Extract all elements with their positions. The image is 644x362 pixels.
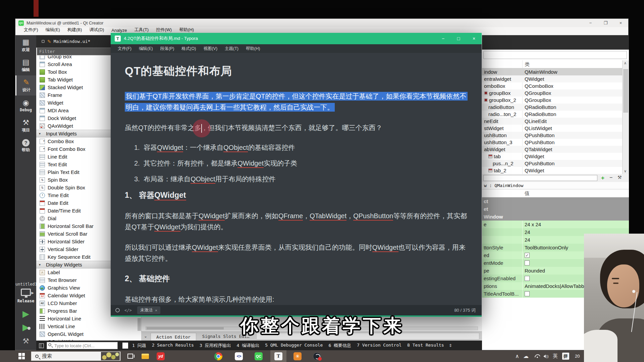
checkbox[interactable] [525,276,530,281]
sidebar-toggle-icon[interactable] [39,343,44,348]
output-pane-button[interactable]: 2 Search Results [152,343,194,349]
object-row[interactable]: indowQMainWindow [482,68,629,75]
object-row[interactable]: tabQWidget [482,153,629,160]
menu-item[interactable]: 编辑(E) [135,46,157,52]
close-icon[interactable]: × [613,19,628,27]
menu-item[interactable]: 帮助(H) [242,46,264,52]
menu-item[interactable]: 调试(D) [86,26,108,35]
circle-icon[interactable] [115,308,120,312]
property-group[interactable]: ct [482,197,629,205]
output-pane-button[interactable]: 7 Version Control [357,343,401,349]
volume-icon[interactable]: )) [543,350,548,362]
output-pane-button[interactable]: 1 问题 [132,343,146,349]
menu-item[interactable]: 视图(V) [200,46,221,52]
build-target-icon[interactable]: ▶ [21,289,31,296]
taskbar-vscode-icon[interactable]: <> [231,350,247,362]
taskbar-file-explorer-icon[interactable] [137,350,153,362]
source-code-icon[interactable]: </> [124,308,132,313]
taskbar-obs-icon[interactable] [309,350,325,362]
output-pane-box[interactable] [122,343,128,349]
remove-icon[interactable]: − [609,175,612,181]
object-row[interactable]: ushButton_3QPushButton [482,139,629,146]
taskbar-task-view-icon[interactable] [122,350,138,362]
object-row[interactable]: neEditQLineEdit [482,118,629,125]
onedrive-cloud-icon[interactable]: ☁ [523,350,529,362]
object-row[interactable]: entralwidgetQWidget [482,75,629,82]
object-row[interactable]: groupBoxQGroupBox [482,89,629,97]
wifi-icon[interactable] [535,350,540,362]
typora-document[interactable]: QT的基础控件和布局我们基于QT库开发软件界面，第一步肯定是QT的控件，但这个控… [111,53,482,305]
start-button[interactable] [18,353,25,359]
taskbar-qt-creator-icon[interactable]: QC [251,350,267,362]
property-value[interactable]: 24 [525,229,530,235]
property-value[interactable]: 24 x 24 [525,222,541,227]
mode-项目[interactable]: ⚒项目 [15,116,36,136]
up-down-arrows-icon[interactable]: ⇕ [449,343,452,348]
mode-帮助[interactable]: ?帮助 [15,136,36,156]
ime-pinyin-icon[interactable]: 拼 [562,350,569,362]
object-row[interactable]: pus...n_2QPushButton [482,160,629,167]
close-icon[interactable]: × [466,33,482,44]
property-row[interactable]: e24 x 24 [482,221,629,228]
menu-item[interactable]: 文件(F) [20,26,42,35]
scroll-down-icon[interactable]: ∨ [624,169,627,173]
object-row[interactable]: stWidgetQListWidget [482,125,629,132]
menu-item[interactable]: 主题(T) [221,46,242,52]
restore-icon[interactable]: ❐ [598,19,613,27]
taskbar-chrome-icon[interactable] [210,350,226,362]
checkbox[interactable] [525,291,530,296]
checkbox-checked[interactable]: ✓ [525,253,530,258]
mode-Debug[interactable]: ◉Debug [15,96,36,116]
minimize-icon[interactable]: − [583,19,598,27]
property-group[interactable]: et [482,205,629,213]
taskbar-settings-icon[interactable]: ✳ [289,350,306,362]
locator-input[interactable] [47,342,118,349]
taskbar-typora-icon[interactable]: T [270,350,286,362]
object-row[interactable]: tab_2QWidget [482,167,629,174]
object-row[interactable]: radio...ton_2QRadioButton [482,111,629,118]
object-row[interactable]: groupBox_2QGroupBox [482,97,629,104]
output-pane-button[interactable]: 5 QML Debugger Console [265,343,323,349]
configure-icon[interactable]: ⚒ [618,175,622,180]
mode-编辑[interactable]: ▤编辑 [15,55,36,75]
mode-欢迎[interactable]: ▦欢迎 [15,35,36,55]
menu-item[interactable]: 构建(B) [64,26,86,35]
tray-expand-icon[interactable]: ∧ [515,350,519,362]
scrollbar-thumb[interactable] [623,69,628,113]
object-scrollbar[interactable]: ∧ ∨ [622,60,629,174]
property-value[interactable]: AnimatedDocks|AllowTabb [525,283,584,289]
maximize-icon[interactable]: □ [451,33,466,44]
add-icon[interactable]: ＋ [600,175,605,182]
menu-item[interactable]: 编辑(E) [42,26,64,35]
windows-search-box[interactable]: 搜索 [31,351,121,361]
output-pane-button[interactable]: 8 Test Results [407,343,444,349]
build-config[interactable]: Release [15,299,36,303]
output-pane-button[interactable]: 4 编译输出 [237,343,260,349]
object-row[interactable]: omboBoxQComboBox [482,82,629,89]
checkbox[interactable] [525,260,530,265]
menu-item[interactable]: 文件(F) [114,46,135,52]
license-badge[interactable]: 未激活 × [137,306,160,314]
taskbar-youdao-icon[interactable]: yd [153,350,169,362]
scroll-up-icon[interactable]: ∧ [624,61,627,65]
mode-设计[interactable]: ✎设计 [15,75,36,96]
badge-close-icon[interactable]: × [155,308,157,312]
property-filter-input[interactable] [483,175,597,181]
search-highlight-image[interactable] [101,352,120,360]
output-pane-button[interactable]: 6 概要信息 [328,343,351,349]
clock[interactable]: 20 [575,350,580,362]
ime-language-indicator[interactable]: 英 [553,350,558,362]
minimize-icon[interactable]: − [435,33,451,44]
typora-title-bar[interactable]: T 4.2QT的基础控件和布局.md - Typora − □ × [111,33,482,44]
property-value[interactable]: 24 [525,237,530,243]
object-row[interactable]: ushButtonQPushButton [482,132,629,139]
object-row[interactable]: abWidgetQTabWidget [482,146,629,153]
property-value[interactable]: ToolButtonIconOnly [525,245,568,250]
output-pane-button[interactable]: 3 应用程序输出 [200,343,231,349]
property-value[interactable]: Rounded [525,268,545,274]
menu-item[interactable]: 格式(O) [178,46,200,52]
object-filter-input[interactable] [483,51,627,59]
property-group[interactable]: Window [482,213,629,221]
menu-item[interactable]: 段落(P) [157,46,178,52]
document-tab[interactable]: MainWindow.ui* [54,39,91,44]
